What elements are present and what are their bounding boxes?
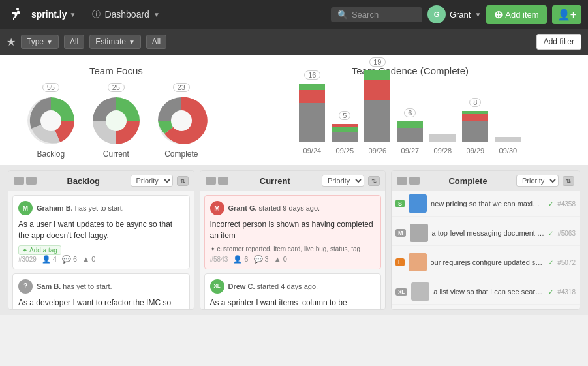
complete-sort-button[interactable]: ⇅ [563, 176, 574, 186]
current-card-1-header: M Grant G. started 9 days ago. [210, 201, 376, 215]
bar-count-09-26: 19 [369, 57, 385, 67]
grid-icon-3[interactable] [409, 177, 420, 185]
tag-plus-icon: ✦ [22, 247, 27, 254]
bar-09-30: - 09/30 [495, 124, 521, 155]
complete-item-1[interactable]: S new pricing so that we can maximiz... … [392, 191, 580, 217]
bar-label-09-26: 09/26 [369, 147, 387, 155]
brand-caret: ▼ [69, 11, 76, 18]
estimate-all-filter[interactable]: All [146, 35, 166, 49]
bar-label-09-27: 09/27 [401, 147, 420, 155]
thumb-4 [411, 282, 429, 301]
bar-count-09-25: 5 [339, 111, 350, 120]
backlog-priority-select[interactable]: Priority [131, 175, 173, 187]
add-user-button[interactable]: 👤+ [552, 5, 581, 24]
current-pie-chart [90, 95, 142, 147]
bar-09-26: 19 09/26 [364, 57, 390, 155]
current-card-1[interactable]: M Grant G. started 9 days ago. Incorrect… [204, 195, 382, 269]
bar-stack-09-26 [364, 70, 390, 142]
list-icon-2[interactable] [206, 177, 216, 185]
add-filter-button[interactable]: Add filter [536, 34, 581, 50]
tag-icon: ✦ [210, 245, 215, 252]
complete-item-3[interactable]: L our requirejs configure updated so t..… [392, 250, 580, 275]
backlog-view-icons [14, 177, 37, 185]
search-input[interactable] [352, 10, 410, 20]
current-count: 25 [108, 83, 125, 92]
current-column: Current Priority ⇅ M Grant G. started 9 … [200, 170, 386, 310]
charts-area: Team Focus 55 Backlog 25 [0, 55, 588, 165]
current-card-2-avatar: XL [210, 279, 224, 294]
bar-09-29: 8 09/29 [462, 98, 488, 155]
star-button[interactable]: ★ [7, 36, 16, 48]
backlog-card-1[interactable]: M Graham B. has yet to start. As a user … [12, 195, 190, 269]
complete-priority-select[interactable]: Priority [516, 175, 559, 187]
brand-text: sprint.ly [31, 9, 67, 20]
bar-stack-09-28 [429, 134, 456, 142]
list-id-4: #4318 [557, 288, 576, 296]
complete-view-icons [397, 177, 420, 185]
current-card-2[interactable]: XL Drew C. started 4 days ago. As a spri… [204, 273, 382, 309]
current-card-1-votes: ▲ 0 [274, 255, 287, 263]
bar-09-27: 6 09/27 [397, 108, 423, 155]
thumb-3 [409, 253, 427, 271]
current-sort-button[interactable]: ⇅ [368, 176, 380, 186]
current-priority-select[interactable]: Priority [322, 175, 364, 187]
grid-icon-2[interactable] [218, 177, 228, 185]
list-text-3: our requirejs configure updated so t... [431, 258, 545, 266]
size-badge-4: XL [395, 288, 407, 296]
estimate-filter[interactable]: Estimate ▼ [89, 35, 141, 49]
dashboard-label: Dashboard [104, 9, 149, 20]
backlog-card-1-id: #3029 [18, 256, 37, 263]
bar-stack-09-27 [397, 121, 423, 142]
bar-count-09-29: 8 [469, 98, 481, 107]
check-3: ✓ [548, 259, 553, 266]
list-text-4: a list view so that I can see search r..… [433, 288, 544, 296]
user-area[interactable]: G Grant ▼ [427, 5, 481, 23]
add-item-button[interactable]: ⊕ Add item [486, 5, 546, 24]
runner-icon [8, 7, 24, 22]
search-box[interactable]: 🔍 [331, 7, 422, 22]
brand-name[interactable]: sprint.ly ▼ [31, 9, 76, 20]
complete-pie-chart [155, 95, 208, 147]
current-card-1-avatar: M [210, 201, 224, 215]
type-all-filter[interactable]: All [64, 35, 84, 49]
complete-item-5[interactable]: ? activity sparkline doesn't update bas.… [392, 309, 580, 309]
complete-column: Complete Priority ⇅ S new pricing so tha… [391, 170, 580, 310]
filter-bar: ★ Type ▼ All Estimate ▼ All Add filter [0, 29, 588, 55]
backlog-card-2[interactable]: ? Sam B. has yet to start. As a develope… [12, 273, 190, 309]
backlog-card-1-people: 👤 4 [42, 255, 57, 264]
backlog-sort-button[interactable]: ⇅ [177, 176, 189, 186]
bar-count-09-24: 16 [304, 70, 320, 80]
bar-09-24: 16 09/24 [299, 70, 325, 155]
backlog-pie: 55 Backlog [25, 83, 77, 159]
complete-header: Complete Priority ⇅ [392, 171, 580, 191]
current-card-1-footer: #5843 👤 6 💬 3 ▲ 0 [210, 255, 376, 264]
list-icon-1[interactable] [14, 177, 24, 185]
user-name: Grant [450, 10, 471, 20]
plus-icon: ⊕ [494, 8, 503, 21]
type-all-label: All [70, 37, 78, 46]
bar-label-09-29: 09/29 [467, 147, 485, 155]
type-caret: ▼ [46, 38, 53, 46]
list-id-2: #5063 [557, 230, 576, 237]
backlog-title: Backlog [40, 176, 127, 186]
bar-stack-09-29 [462, 111, 488, 142]
list-id-1: #4358 [557, 200, 576, 207]
complete-item-4[interactable]: XL a list view so that I can see search … [392, 279, 580, 305]
backlog-card-2-user: Sam B. has yet to start. [37, 282, 112, 290]
backlog-card-1-user: Graham B. has yet to start. [37, 204, 124, 212]
type-filter[interactable]: Type ▼ [21, 35, 59, 49]
svg-point-0 [16, 8, 19, 10]
backlog-card-1-comments: 💬 6 [62, 255, 77, 264]
current-title: Current [232, 176, 318, 186]
bar-count-09-27: 6 [404, 108, 416, 117]
app-logo [7, 5, 26, 24]
bar-label-09-24: 09/24 [303, 147, 322, 155]
complete-item-2[interactable]: M a top-level messaging document so... ✓… [392, 221, 580, 246]
grid-icon-1[interactable] [26, 177, 37, 185]
backlog-card-1-tag[interactable]: ✦ Add a tag [18, 245, 61, 255]
info-icon: ⓘ [92, 8, 101, 20]
list-icon-3[interactable] [397, 177, 407, 185]
dashboard-nav[interactable]: ⓘ Dashboard ▼ [92, 8, 159, 20]
backlog-card-2-body: As a developer I want to refactor the IM… [18, 297, 184, 309]
avatar: G [427, 5, 446, 23]
